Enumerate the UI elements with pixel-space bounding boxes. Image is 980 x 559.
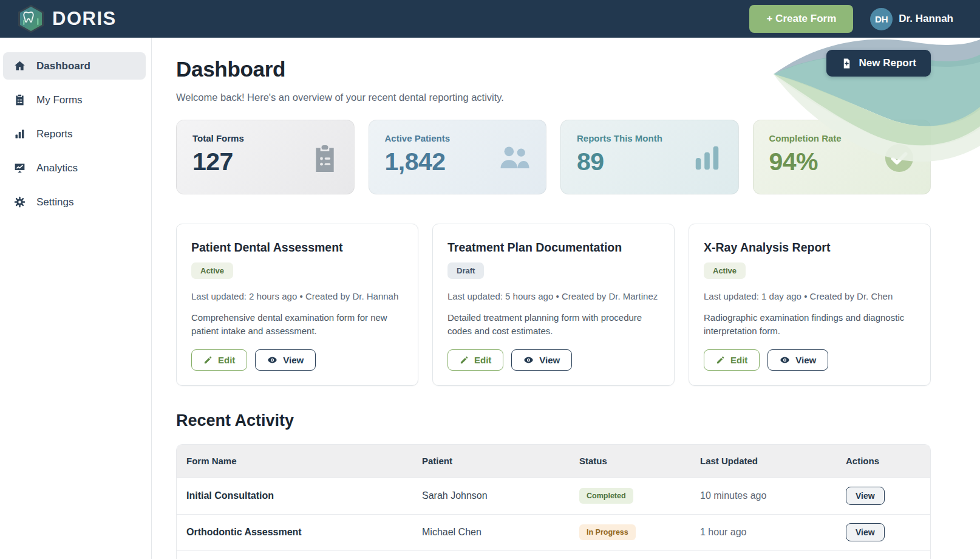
table-row: Orthodontic Assessment Michael Chen In P…: [177, 514, 930, 550]
sidebar-item-my-forms[interactable]: My Forms: [3, 86, 146, 114]
user-menu[interactable]: DH Dr. Hannah: [870, 8, 953, 30]
new-report-button[interactable]: New Report: [826, 50, 931, 77]
app-logo: DORIS: [17, 4, 117, 33]
document-plus-icon: [841, 58, 852, 69]
bar-chart-icon: [692, 143, 723, 173]
cell-patient: Sarah Johnson: [422, 490, 579, 501]
home-icon: [13, 60, 26, 72]
status-badge: In Progress: [579, 524, 636, 540]
form-cards-row: Patient Dental Assessment Active Last up…: [176, 224, 931, 386]
form-card-meta: Last updated: 2 hours ago • Created by D…: [191, 291, 403, 301]
stat-value: 1,842: [385, 148, 451, 176]
sidebar-item-label: Dashboard: [36, 60, 90, 72]
status-badge: Completed: [579, 488, 633, 504]
column-header-status: Status: [579, 456, 700, 466]
eye-icon: [523, 355, 534, 365]
stat-label: Total Forms: [192, 133, 244, 143]
view-button[interactable]: View: [767, 349, 828, 371]
logo-wordmark: DORIS: [52, 8, 117, 30]
sidebar-item-settings[interactable]: Settings: [3, 188, 146, 216]
form-card-xray-analysis-report: X-Ray Analysis Report Active Last update…: [689, 224, 931, 386]
form-card-treatment-plan-documentation: Treatment Plan Documentation Draft Last …: [432, 224, 675, 386]
edit-label: Edit: [218, 355, 235, 365]
pencil-icon: [716, 355, 725, 365]
user-name: Dr. Hannah: [899, 13, 953, 25]
form-card-title: Patient Dental Assessment: [191, 241, 403, 255]
create-form-button[interactable]: + Create Form: [749, 5, 853, 33]
edit-label: Edit: [730, 355, 747, 365]
view-button[interactable]: View: [846, 487, 885, 505]
eye-icon: [780, 355, 790, 365]
cell-last-updated: 10 minutes ago: [700, 490, 846, 501]
bar-chart-icon: [13, 128, 26, 140]
stat-value: 94%: [769, 148, 842, 176]
people-icon: [499, 143, 530, 171]
pencil-icon: [460, 355, 469, 365]
table-row-cutoff: [177, 550, 930, 559]
edit-label: Edit: [474, 355, 491, 365]
view-button[interactable]: View: [846, 523, 885, 541]
cell-form-name: Orthodontic Assessment: [186, 527, 422, 538]
page-subtitle: Welcome back! Here's an overview of your…: [176, 92, 931, 103]
status-badge: Draft: [447, 262, 484, 279]
table-header-row: Form Name Patient Status Last Updated Ac…: [177, 445, 930, 478]
sidebar-item-label: Settings: [36, 196, 73, 208]
sidebar-item-label: My Forms: [36, 94, 83, 106]
view-button[interactable]: View: [511, 349, 572, 371]
clipboard-icon: [13, 94, 26, 106]
status-badge: Active: [704, 262, 746, 279]
presentation-chart-icon: [13, 162, 26, 174]
form-card-description: Detailed treatment planning form with pr…: [447, 311, 659, 338]
stat-card-completion-rate: Completion Rate 94%: [753, 120, 931, 194]
cell-form-name: Initial Consultation: [186, 490, 422, 501]
view-label: View: [539, 355, 560, 365]
recent-activity-title: Recent Activity: [176, 411, 931, 430]
sidebar: Dashboard My Forms Reports Analytics: [0, 38, 152, 559]
stat-value: 89: [577, 148, 662, 176]
view-label: View: [283, 355, 304, 365]
cell-last-updated: 1 hour ago: [700, 527, 846, 538]
sidebar-item-label: Reports: [36, 128, 73, 140]
table-row: Initial Consultation Sarah Johnson Compl…: [177, 478, 930, 514]
main-content: New Report Dashboard Welcome back! Here'…: [152, 38, 980, 559]
sidebar-item-reports[interactable]: Reports: [3, 120, 146, 148]
form-card-meta: Last updated: 5 hours ago • Created by D…: [447, 291, 659, 301]
edit-button[interactable]: Edit: [191, 349, 247, 371]
avatar[interactable]: DH: [870, 8, 893, 30]
recent-activity-table: Form Name Patient Status Last Updated Ac…: [176, 444, 931, 559]
sidebar-item-analytics[interactable]: Analytics: [3, 154, 146, 182]
stat-card-total-forms: Total Forms 127: [176, 120, 355, 194]
eye-icon: [267, 355, 277, 365]
sidebar-item-label: Analytics: [36, 162, 78, 174]
form-card-description: Comprehensive dental examination form fo…: [191, 311, 403, 338]
column-header-form-name: Form Name: [186, 456, 422, 466]
stat-label: Completion Rate: [769, 133, 842, 143]
edit-button[interactable]: Edit: [704, 349, 760, 371]
edit-button[interactable]: Edit: [447, 349, 503, 371]
new-report-label: New Report: [859, 57, 916, 69]
column-header-actions: Actions: [846, 456, 920, 466]
stat-label: Reports This Month: [577, 133, 662, 143]
form-card-title: X-Ray Analysis Report: [704, 241, 916, 255]
cell-patient: Michael Chen: [422, 527, 579, 538]
check-circle-icon: [884, 143, 914, 173]
page-title: Dashboard: [176, 57, 931, 81]
stat-value: 127: [192, 148, 244, 176]
form-card-description: Radiographic examination findings and di…: [704, 311, 916, 338]
status-badge: Active: [191, 262, 233, 279]
gear-icon: [13, 196, 26, 208]
tooth-hexagon-icon: [17, 4, 45, 33]
sidebar-item-dashboard[interactable]: Dashboard: [3, 52, 146, 80]
stats-row: Total Forms 127 Active Patients 1,842 Re…: [176, 120, 931, 194]
stat-card-active-patients: Active Patients 1,842: [369, 120, 547, 194]
column-header-last-updated: Last Updated: [700, 456, 846, 466]
view-button[interactable]: View: [255, 349, 316, 371]
view-label: View: [795, 355, 816, 365]
pencil-icon: [203, 355, 213, 365]
form-card-title: Treatment Plan Documentation: [447, 241, 659, 255]
top-bar: DORIS + Create Form DH Dr. Hannah: [0, 0, 980, 38]
stat-label: Active Patients: [385, 133, 451, 143]
clipboard-icon: [311, 143, 338, 174]
column-header-patient: Patient: [422, 456, 579, 466]
stat-card-reports-this-month: Reports This Month 89: [560, 120, 739, 194]
